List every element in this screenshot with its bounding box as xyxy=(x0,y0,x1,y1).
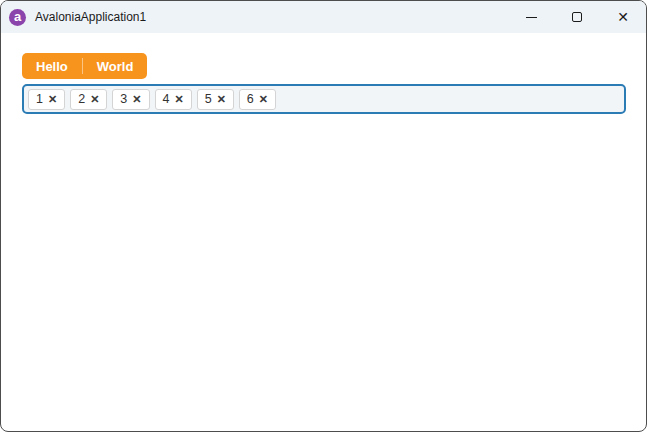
chip: 5 ✕ xyxy=(197,89,234,110)
close-button[interactable]: ✕ xyxy=(600,1,646,33)
chip-remove-button[interactable]: ✕ xyxy=(174,94,183,105)
chip-remove-button[interactable]: ✕ xyxy=(48,94,57,105)
chip: 4 ✕ xyxy=(155,89,192,110)
main-content: Hello World 1 ✕ 2 ✕ 3 ✕ xyxy=(1,33,646,114)
maximize-button[interactable] xyxy=(554,1,600,33)
minimize-button[interactable] xyxy=(508,1,554,33)
chip-remove-button[interactable]: ✕ xyxy=(132,94,141,105)
hello-button[interactable]: Hello xyxy=(22,53,82,79)
chip: 3 ✕ xyxy=(112,89,149,110)
chip-label: 6 xyxy=(247,93,254,106)
chip-remove-button[interactable]: ✕ xyxy=(90,94,99,105)
window-title: AvaloniaApplication1 xyxy=(35,10,146,24)
minimize-icon xyxy=(526,17,537,18)
hello-world-split-button: Hello World xyxy=(22,53,147,79)
chip-label: 2 xyxy=(78,93,85,106)
chip: 1 ✕ xyxy=(28,89,65,110)
world-button[interactable]: World xyxy=(83,53,148,79)
avalonia-logo-icon: a xyxy=(9,9,26,26)
chip-remove-button[interactable]: ✕ xyxy=(217,94,226,105)
close-icon: ✕ xyxy=(617,10,629,24)
maximize-icon xyxy=(572,12,582,22)
chip-label: 4 xyxy=(163,93,170,106)
chip: 2 ✕ xyxy=(70,89,107,110)
chip-label: 5 xyxy=(205,93,212,106)
chip-label: 1 xyxy=(36,93,43,106)
chip-label: 3 xyxy=(120,93,127,106)
chip: 6 ✕ xyxy=(239,89,276,110)
titlebar[interactable]: a AvaloniaApplication1 ✕ xyxy=(1,1,646,33)
chip-input[interactable]: 1 ✕ 2 ✕ 3 ✕ 4 ✕ 5 xyxy=(22,84,626,114)
app-window: a AvaloniaApplication1 ✕ Hello World 1 ✕ xyxy=(0,0,647,432)
chip-remove-button[interactable]: ✕ xyxy=(259,94,268,105)
